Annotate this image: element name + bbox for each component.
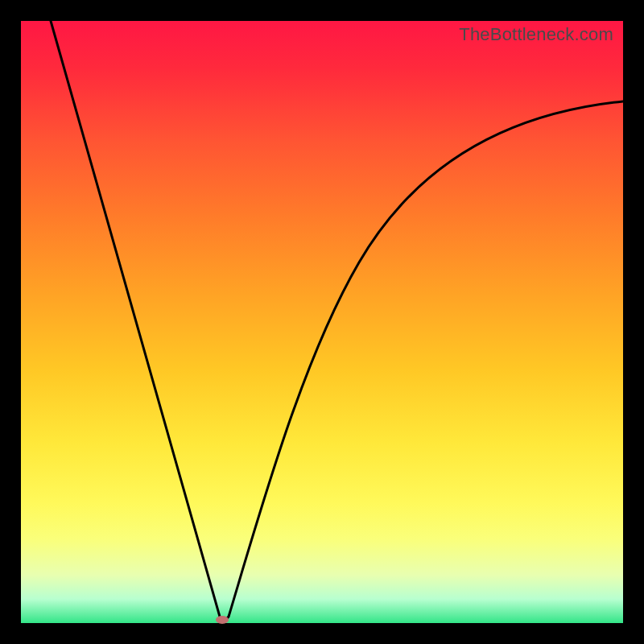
minimum-marker bbox=[216, 616, 229, 624]
chart-area: TheBottleneck.com bbox=[21, 21, 623, 623]
curve-path bbox=[51, 21, 623, 620]
bottleneck-curve bbox=[21, 21, 623, 623]
